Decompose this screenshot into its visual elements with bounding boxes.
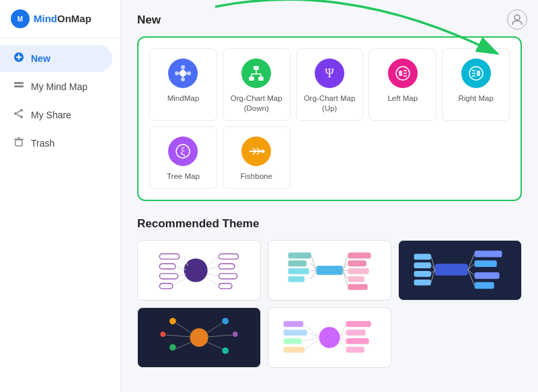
org-chart-down-label: Org-Chart Map(Down) <box>231 93 282 114</box>
theme-card-1[interactable] <box>137 240 261 301</box>
svg-line-64 <box>173 278 186 286</box>
svg-line-10 <box>17 111 20 113</box>
svg-line-75 <box>343 255 348 270</box>
svg-line-66 <box>207 266 219 270</box>
sidebar-item-my-mind-map[interactable]: My Mind Map <box>0 73 112 100</box>
svg-rect-6 <box>14 85 24 87</box>
svg-point-107 <box>160 331 165 337</box>
svg-rect-119 <box>346 321 371 327</box>
svg-rect-81 <box>288 260 306 266</box>
svg-rect-97 <box>414 253 431 260</box>
new-icon <box>13 52 24 65</box>
svg-rect-125 <box>284 338 302 344</box>
svg-rect-53 <box>159 253 179 259</box>
svg-rect-124 <box>284 329 307 336</box>
svg-point-52 <box>184 258 208 282</box>
svg-point-51 <box>262 149 265 153</box>
svg-point-109 <box>222 317 229 324</box>
svg-rect-100 <box>414 280 431 286</box>
sidebar-my-share-label: My Share <box>31 110 71 120</box>
right-map-icon <box>461 58 491 88</box>
map-card-tree-map[interactable]: ξ Tree Map <box>149 126 217 189</box>
svg-line-112 <box>176 323 191 333</box>
svg-rect-90 <box>475 260 497 267</box>
map-grid-row2: ξ Tree Map Fishbone <box>149 126 510 189</box>
fishbone-label: Fishbone <box>241 171 272 182</box>
svg-point-15 <box>514 15 520 20</box>
sidebar-nav: New My Mind Map My Share Trash <box>0 38 120 163</box>
mindmap-label: MindMap <box>167 93 199 104</box>
svg-point-18 <box>181 65 185 69</box>
sidebar-item-trash[interactable]: Trash <box>0 130 112 157</box>
svg-rect-82 <box>288 268 309 274</box>
new-grid-wrapper: MindMap Org-Chart Map(Down) Ψ Org-Chart … <box>137 36 522 201</box>
svg-line-93 <box>468 253 475 269</box>
svg-rect-27 <box>249 77 254 81</box>
svg-rect-92 <box>475 282 494 288</box>
right-map-label: Right Map <box>458 93 493 104</box>
svg-rect-56 <box>159 283 173 288</box>
theme-card-2[interactable] <box>268 240 391 301</box>
sidebar-item-my-share[interactable]: My Share <box>0 102 112 128</box>
svg-line-115 <box>207 323 222 333</box>
map-card-left-map[interactable]: Left Map <box>369 48 436 121</box>
svg-line-87 <box>311 270 317 279</box>
theme-card-3[interactable] <box>398 240 522 301</box>
tree-map-label: Tree Map <box>167 171 200 182</box>
svg-line-85 <box>311 263 317 270</box>
org-chart-up-label: Org-Chart Map (Up) <box>302 93 358 114</box>
svg-rect-70 <box>348 252 371 258</box>
user-avatar[interactable] <box>507 9 527 30</box>
my-share-icon <box>13 108 24 122</box>
svg-point-39 <box>469 67 483 80</box>
svg-line-116 <box>208 335 233 337</box>
theme-card-4[interactable] <box>137 307 261 368</box>
svg-point-106 <box>169 317 176 324</box>
logo-icon: M <box>11 9 30 28</box>
svg-point-21 <box>187 71 191 75</box>
svg-point-118 <box>319 327 340 348</box>
svg-text:ξ: ξ <box>181 146 186 157</box>
sidebar-trash-label: Trash <box>31 138 54 149</box>
svg-rect-73 <box>348 276 364 282</box>
map-card-fishbone[interactable]: Fishbone <box>223 126 291 189</box>
svg-point-17 <box>180 70 186 77</box>
empty-card-3 <box>442 126 510 189</box>
svg-point-105 <box>190 328 208 346</box>
sidebar-new-label: New <box>31 53 50 64</box>
svg-point-19 <box>175 71 179 75</box>
svg-rect-5 <box>14 82 24 84</box>
sidebar-item-new[interactable]: New <box>0 45 112 72</box>
svg-rect-69 <box>316 266 342 275</box>
svg-rect-99 <box>414 271 431 277</box>
svg-line-63 <box>178 274 186 276</box>
svg-line-84 <box>311 255 317 270</box>
svg-rect-80 <box>288 252 311 258</box>
svg-rect-121 <box>346 338 369 344</box>
svg-rect-26 <box>254 66 259 70</box>
theme-card-5[interactable] <box>268 307 391 368</box>
map-card-right-map[interactable]: Right Map <box>442 48 510 121</box>
svg-rect-72 <box>348 268 369 274</box>
svg-rect-123 <box>284 321 303 327</box>
svg-rect-35 <box>399 71 402 76</box>
svg-rect-59 <box>219 274 237 279</box>
map-card-org-chart-down[interactable]: Org-Chart Map(Down) <box>223 48 291 121</box>
map-grid-row1: MindMap Org-Chart Map(Down) Ψ Org-Chart … <box>149 48 510 121</box>
org-chart-up-icon: Ψ <box>315 58 344 88</box>
theme-grid <box>137 240 522 368</box>
logo-text: MindOnMap <box>34 13 91 25</box>
svg-rect-91 <box>475 272 500 279</box>
svg-rect-55 <box>159 274 178 279</box>
svg-rect-57 <box>219 253 238 259</box>
sidebar-my-mind-map-label: My Mind Map <box>31 81 87 92</box>
svg-rect-54 <box>159 264 175 269</box>
map-card-mindmap[interactable]: MindMap <box>149 48 217 121</box>
empty-card-2 <box>369 126 436 189</box>
svg-rect-12 <box>15 140 22 146</box>
svg-line-130 <box>305 340 319 350</box>
org-chart-down-icon <box>241 58 271 88</box>
map-card-org-chart-up[interactable]: Ψ Org-Chart Map (Up) <box>296 48 364 121</box>
fishbone-icon <box>241 136 271 166</box>
svg-text:M: M <box>17 15 23 23</box>
